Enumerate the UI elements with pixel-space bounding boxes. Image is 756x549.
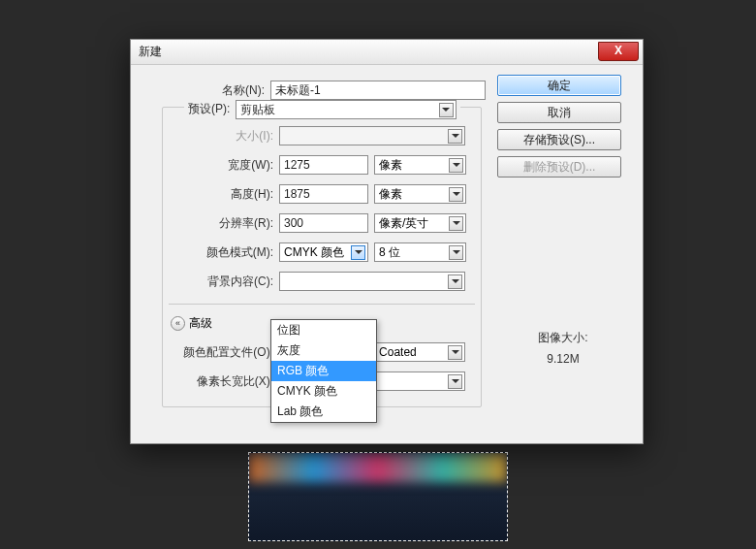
chevron-down-icon[interactable] [448,345,462,360]
titlebar[interactable]: 新建 X [131,40,643,65]
ok-button[interactable]: 确定 [497,75,621,96]
color-mode-option[interactable]: RGB 颜色 [271,361,376,381]
chevron-down-icon[interactable] [449,158,463,173]
close-button[interactable]: X [598,42,639,61]
right-button-column: 确定 取消 存储预设(S)... 删除预设(D)... [497,75,631,183]
preset-label: 预设(P): [188,102,230,115]
chevron-down-icon [448,129,462,144]
chevron-down-icon[interactable] [448,274,462,289]
chevron-down-icon[interactable] [449,187,463,202]
delete-preset-button: 删除预设(D)... [497,156,621,178]
background-label: 背景内容(C): [163,274,279,290]
bit-depth-combo[interactable]: 8 位 [374,242,466,262]
image-size-label: 图像大小: [501,327,625,348]
chevron-down-icon[interactable] [439,103,454,117]
size-label: 大小(I): [163,128,279,145]
size-combo [279,126,465,145]
image-size-panel: 图像大小: 9.12M [501,327,625,370]
chevron-down-icon[interactable] [448,374,462,389]
resolution-unit-combo[interactable]: 像素/英寸 [374,213,466,233]
color-mode-option[interactable]: 灰度 [271,340,376,361]
color-mode-dropdown-list[interactable]: 位图 灰度 RGB 颜色 CMYK 颜色 Lab 颜色 [270,319,377,423]
height-unit-combo[interactable]: 像素 [374,184,466,204]
width-label: 宽度(W): [163,157,279,174]
pixel-aspect-label: 像素长宽比(X): [163,373,279,390]
background-combo[interactable] [279,272,465,291]
resolution-label: 分辨率(R): [163,215,279,232]
preset-value: 剪贴板 [240,102,275,118]
resolution-input[interactable] [279,213,368,233]
advanced-toggle-icon[interactable]: « [171,316,185,331]
color-mode-label: 颜色模式(M): [163,244,279,261]
color-mode-combo[interactable]: CMYK 颜色 [279,242,368,262]
color-mode-option[interactable]: 位图 [271,320,376,340]
save-preset-button[interactable]: 存储预设(S)... [497,129,621,150]
chevron-down-icon[interactable] [351,245,365,260]
color-mode-option[interactable]: CMYK 颜色 [271,381,376,402]
name-input[interactable] [270,81,486,100]
color-mode-option[interactable]: Lab 颜色 [271,402,376,422]
image-size-value: 9.12M [501,348,625,370]
name-label: 名称(N): [142,82,270,99]
advanced-label[interactable]: 高级 [189,315,212,332]
cancel-button[interactable]: 取消 [497,102,621,123]
height-label: 高度(H): [163,186,279,203]
chevron-down-icon[interactable] [449,245,463,260]
width-input[interactable] [279,155,368,175]
height-input[interactable] [279,184,368,204]
background-image-blur [249,453,507,482]
dialog-title: 新建 [139,44,162,60]
color-profile-label: 颜色配置文件(O): [163,344,279,361]
chevron-down-icon[interactable] [449,216,463,231]
background-selection-marquee [248,452,508,541]
width-unit-combo[interactable]: 像素 [374,155,466,175]
new-document-dialog: 新建 X 名称(N): 确定 取消 存储预设(S)... 删除预设(D)... … [130,39,644,444]
